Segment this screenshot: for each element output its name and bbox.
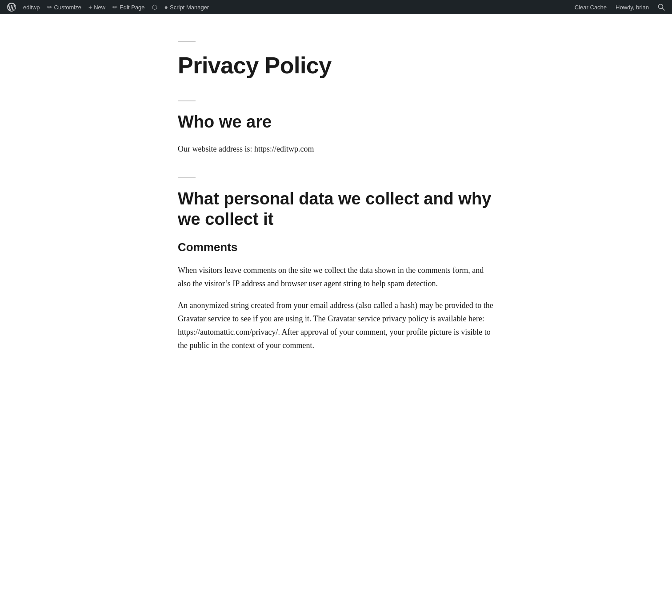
adminbar-right: Clear Cache Howdy, brian [571, 0, 668, 14]
wp-logo-button[interactable] [4, 0, 20, 14]
customize-button[interactable]: ✏ Customize [44, 0, 85, 14]
site-name-button[interactable]: editwp [20, 0, 44, 14]
comments-para1: When visitors leave comments on the site… [178, 264, 494, 290]
section1-heading: Who we are [178, 112, 494, 132]
comments-para2: An anonymized string created from your e… [178, 299, 494, 352]
section-who-we-are: Who we are Our website address is: https… [178, 100, 494, 156]
clear-cache-label: Clear Cache [575, 4, 607, 11]
site-name-label: editwp [23, 4, 40, 11]
customize-label: Customize [54, 4, 81, 11]
theme-icon-button[interactable]: ⬡ [148, 0, 161, 14]
section2-separator [178, 177, 196, 178]
customize-icon: ✏ [47, 4, 52, 11]
new-button[interactable]: + New [85, 0, 109, 14]
search-button[interactable] [654, 0, 668, 14]
section1-separator [178, 100, 196, 101]
page-title: Privacy Policy [178, 52, 494, 79]
edit-page-label: Edit Page [120, 4, 144, 11]
script-manager-label: Script Manager [170, 4, 209, 11]
comments-heading: Comments [178, 240, 494, 255]
new-icon: + [88, 4, 92, 11]
admin-bar: editwp ✏ Customize + New ✏ Edit Page ⬡ ●… [0, 0, 672, 14]
script-manager-button[interactable]: ● Script Manager [161, 0, 213, 14]
section2-heading: What personal data we collect and why we… [178, 189, 494, 229]
edit-page-icon: ✏ [112, 4, 118, 11]
script-manager-icon: ● [164, 4, 168, 11]
wordpress-logo-icon [7, 3, 16, 12]
adminbar-left: editwp ✏ Customize + New ✏ Edit Page ⬡ ●… [4, 0, 571, 14]
top-separator [178, 41, 196, 42]
page-content: Privacy Policy Who we are Our website ad… [167, 14, 505, 409]
subsection-comments: Comments When visitors leave comments on… [178, 240, 494, 352]
theme-icon: ⬡ [152, 4, 157, 11]
user-menu-button[interactable]: Howdy, brian [612, 0, 652, 14]
search-icon [658, 4, 665, 11]
section1-paragraph: Our website address is: https://editwp.c… [178, 143, 494, 156]
new-label: New [94, 4, 105, 11]
section-personal-data: What personal data we collect and why we… [178, 177, 494, 352]
clear-cache-button[interactable]: Clear Cache [571, 0, 610, 14]
user-label: Howdy, brian [616, 4, 649, 11]
svg-line-1 [663, 8, 665, 11]
edit-page-button[interactable]: ✏ Edit Page [109, 0, 148, 14]
